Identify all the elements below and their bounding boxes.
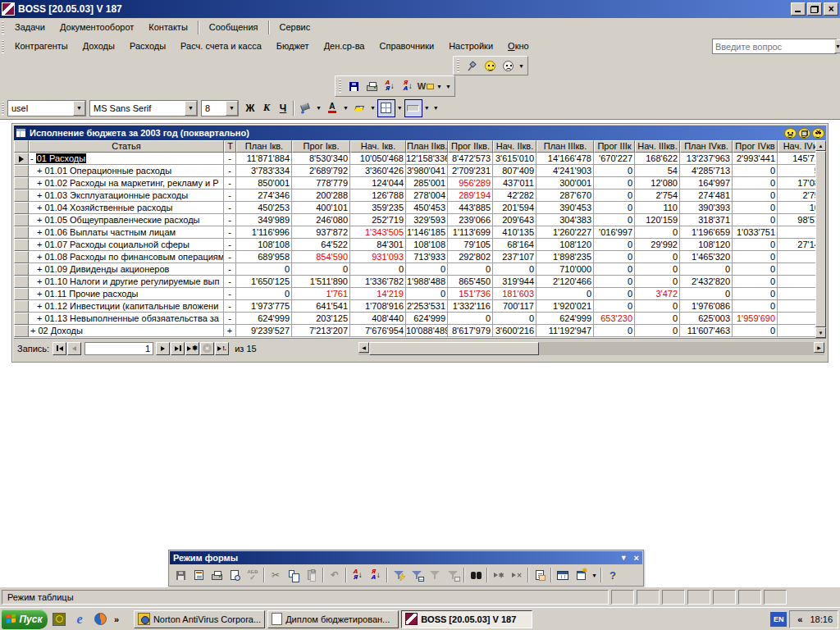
next-record-button[interactable]: [156, 342, 170, 355]
column-header-10[interactable]: Прог IIIк: [594, 140, 635, 153]
data-cell[interactable]: 11'192'947: [536, 325, 594, 337]
data-cell[interactable]: 0: [635, 325, 680, 337]
menu-item-module-5[interactable]: Бюджет: [269, 38, 317, 55]
save-button[interactable]: [345, 77, 363, 95]
row-selector[interactable]: [14, 276, 29, 288]
row-name-cell[interactable]: + 01.05 Общеуправленческие расходы: [29, 214, 224, 226]
data-cell[interactable]: 0: [594, 325, 635, 337]
ask-question-input[interactable]: [713, 39, 834, 53]
data-cell[interactable]: 10'050'468: [350, 153, 406, 165]
data-cell[interactable]: 0: [733, 214, 778, 226]
data-cell[interactable]: 1'343'505: [350, 226, 406, 239]
data-cell[interactable]: 0: [594, 300, 635, 313]
column-header-14[interactable]: Нач. IVкв: [778, 140, 815, 153]
sort-desc-button[interactable]: ЯА↓: [367, 566, 385, 584]
menu-item-2[interactable]: Документооборот: [52, 19, 141, 36]
data-cell[interactable]: 203'125: [292, 313, 350, 325]
data-cell[interactable]: 0: [778, 226, 815, 239]
data-cell[interactable]: 0: [733, 263, 778, 276]
data-cell[interactable]: 450'253: [236, 202, 292, 214]
form-view-button[interactable]: [189, 566, 208, 584]
doc-minimize-button[interactable]: [784, 128, 797, 139]
data-cell[interactable]: 8'472'573: [448, 153, 493, 165]
data-cell[interactable]: 164'997: [680, 177, 733, 189]
delete-record-button[interactable]: ✕: [508, 566, 526, 584]
horizontal-scroll-thumb[interactable]: [369, 342, 539, 355]
row-type-cell[interactable]: -: [224, 239, 236, 251]
data-cell[interactable]: 359'235: [350, 202, 406, 214]
data-cell[interactable]: 0: [733, 251, 778, 263]
data-cell[interactable]: 9'239'527: [236, 325, 292, 337]
data-cell[interactable]: 1'959'690: [733, 313, 778, 325]
row-name-cell[interactable]: + 01.03 Эксплуатационные расходы: [29, 189, 224, 202]
row-selector[interactable]: [14, 177, 29, 189]
data-cell[interactable]: 0: [635, 300, 680, 313]
row-name-cell[interactable]: + 01.02 Расходы на маркетинг, рекламу и …: [29, 177, 224, 189]
column-header-11[interactable]: Нач. IIIкв.: [635, 140, 680, 153]
data-cell[interactable]: 14'219: [350, 288, 406, 300]
row-selector[interactable]: [14, 313, 29, 325]
data-cell[interactable]: 3'980'041: [406, 165, 448, 177]
data-cell[interactable]: 689'958: [236, 251, 292, 263]
row-name-cell[interactable]: + 01.04 Хозяйственные расходы: [29, 202, 224, 214]
data-cell[interactable]: 14'166'478: [536, 153, 594, 165]
row-type-cell[interactable]: -: [224, 226, 236, 239]
underline-button[interactable]: Ч: [275, 100, 291, 116]
chevron-down-icon[interactable]: ▼: [590, 566, 599, 584]
toolbar-options-chevron[interactable]: ▼: [620, 554, 628, 562]
data-cell[interactable]: 319'944: [493, 276, 536, 288]
properties-button[interactable]: [531, 566, 549, 584]
data-cell[interactable]: 1'988'488: [406, 276, 448, 288]
highlight-button[interactable]: [350, 99, 368, 117]
tray-chevron[interactable]: «: [795, 614, 805, 624]
data-cell[interactable]: 4'241'903: [536, 165, 594, 177]
data-cell[interactable]: 0: [594, 202, 635, 214]
column-header-1[interactable]: Статья: [29, 140, 224, 153]
data-cell[interactable]: 252'719: [350, 214, 406, 226]
toolbar-grip[interactable]: [2, 102, 4, 115]
data-cell[interactable]: 237'107: [493, 251, 536, 263]
data-cell[interactable]: 108'120: [536, 239, 594, 251]
scroll-up-icon[interactable]: ▲: [815, 140, 826, 151]
chevron-down-icon[interactable]: ▼: [185, 101, 197, 116]
horizontal-scroll-track[interactable]: [539, 342, 814, 355]
data-cell[interactable]: 850'001: [236, 177, 292, 189]
row-selector[interactable]: [14, 153, 29, 165]
form-mode-titlebar[interactable]: Режим формы ▼ ×: [170, 551, 642, 564]
toolbar-grip[interactable]: [457, 59, 459, 72]
filter-selection-button[interactable]: [390, 566, 408, 584]
data-cell[interactable]: 120'159: [635, 214, 680, 226]
toolbar-grip[interactable]: [339, 80, 341, 93]
data-cell[interactable]: 0: [733, 276, 778, 288]
chevron-down-icon[interactable]: ▼: [341, 99, 350, 117]
vertical-scroll-thumb[interactable]: [815, 151, 826, 327]
menu-item-4[interactable]: Сообщения: [202, 19, 266, 36]
chevron-down-icon[interactable]: ▼: [834, 39, 840, 53]
new-record-button[interactable]: ✱: [185, 342, 199, 355]
data-cell[interactable]: 2'754: [635, 189, 680, 202]
row-type-cell[interactable]: -: [224, 263, 236, 276]
data-cell[interactable]: 624'999: [236, 313, 292, 325]
scroll-right-icon[interactable]: ▶: [814, 342, 824, 353]
row-name-cell[interactable]: + 01.12 Инвестиции (капитальные вложени: [29, 300, 224, 313]
filter-form-button[interactable]: [408, 566, 426, 584]
data-cell[interactable]: 1'336'782: [350, 276, 406, 288]
help-button[interactable]: ?: [604, 566, 622, 584]
data-cell[interactable]: 274'481: [680, 189, 733, 202]
menu-item-module-2[interactable]: Доходы: [75, 38, 122, 55]
data-cell[interactable]: 0: [493, 263, 536, 276]
data-cell[interactable]: 201'594: [493, 202, 536, 214]
data-cell[interactable]: 1'650'125: [236, 276, 292, 288]
row-selector[interactable]: [14, 165, 29, 177]
data-cell[interactable]: 1'332'116: [448, 300, 493, 313]
data-cell[interactable]: 2'120'466: [536, 276, 594, 288]
data-cell[interactable]: 3'600'216: [493, 325, 536, 337]
data-cell[interactable]: 0: [778, 300, 815, 313]
row-name-cell[interactable]: + 02 Доходы: [29, 325, 224, 337]
save-button[interactable]: [171, 566, 189, 584]
row-type-cell[interactable]: -: [224, 189, 236, 202]
row-type-cell[interactable]: -: [224, 251, 236, 263]
data-cell[interactable]: 3'360'426: [350, 165, 406, 177]
data-cell[interactable]: '016'997: [594, 226, 635, 239]
data-cell[interactable]: 0: [536, 288, 594, 300]
